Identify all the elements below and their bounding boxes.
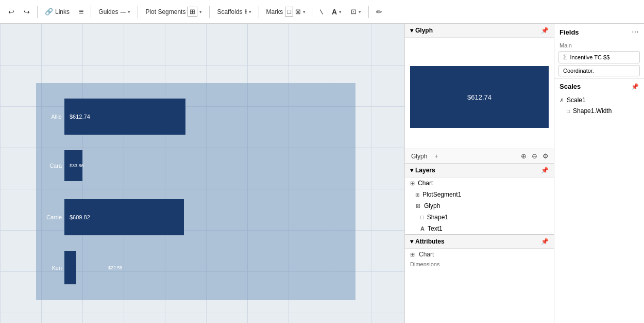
guides-button[interactable]: Guides — ▾ <box>94 3 134 21</box>
redo-button[interactable]: ↪ <box>20 3 34 21</box>
glyph-add-button[interactable]: + <box>432 152 440 161</box>
scales-pin-button[interactable]: 📌 <box>631 83 639 90</box>
field-item-incentive[interactable]: Σ Incentive TC $$ <box>558 51 640 63</box>
pencil-button[interactable]: ✏ <box>372 3 386 21</box>
bar-value-ken: $22.58 <box>108 265 123 270</box>
layer-item-chart[interactable]: ⊞ Chart <box>405 177 554 189</box>
layer-item-shape1-left: □ Shape1 <box>420 214 448 221</box>
marks-icon: □ <box>285 7 293 17</box>
plot-segments-button[interactable]: Plot Segments ⊞ ▾ <box>141 3 206 21</box>
collapse-attributes-icon: ▾ <box>410 238 413 245</box>
scale-item-scale1[interactable]: ✗ Scale1 <box>554 94 644 106</box>
layers-panel-header: ▾ Layers 📌 <box>405 164 554 177</box>
sep2 <box>91 6 91 18</box>
glyph-zoom-in-button[interactable]: ⊕ <box>520 151 528 161</box>
layer-item-glyph[interactable]: 🖹 Glyph <box>405 200 554 212</box>
main-area: Allie $612.74 Cara $33.86 Carrie $609.82 <box>0 24 644 323</box>
plotsegment-delete-button[interactable]: 🗑 <box>543 191 549 198</box>
layers-pin-button[interactable]: 📌 <box>541 167 549 174</box>
shape1-layer-label: Shape1 <box>427 214 448 221</box>
list-button[interactable]: ≡ <box>75 3 88 21</box>
layer-item-text1[interactable]: A Text1 👁 🗑 <box>405 223 554 234</box>
sep3 <box>138 6 138 18</box>
fields-more-button[interactable]: ⋯ <box>632 28 639 36</box>
scaffolds-dropdown-icon: ▾ <box>249 9 251 14</box>
text-button[interactable]: A ▾ <box>328 3 346 21</box>
shape1-eye-button[interactable]: 👁 <box>533 214 539 221</box>
bar-value-cara: $33.86 <box>70 163 84 168</box>
fields-panel: Fields ⋯ Main Σ Incentive TC $$ Coordina… <box>554 24 644 78</box>
bar-value-carrie: $609.82 <box>70 214 90 220</box>
toolbar: ↩ ↪ 🔗 Links ≡ Guides — ▾ Plot Segments ⊞… <box>0 0 644 24</box>
bar-value-allie: $612.74 <box>70 114 90 120</box>
glyph-bar: $612.74 <box>410 66 549 128</box>
text1-layer-label: Text1 <box>428 225 443 232</box>
bar-ken <box>64 251 76 284</box>
scales-panel-title: Scales <box>560 83 581 90</box>
plotsegment-eye-button[interactable]: 👁 <box>533 191 539 198</box>
layers-panel: ▾ Layers 📌 ⊞ Chart ⊞ PlotSegment1 <box>405 164 554 235</box>
image-dropdown-icon: ▾ <box>359 9 361 14</box>
fields-panel-header: Fields ⋯ <box>554 24 644 40</box>
glyph-layer-label: Glyph <box>424 202 440 209</box>
chart-layer-label: Chart <box>418 180 433 187</box>
glyph-toolbar-left: Glyph + <box>409 152 440 161</box>
plot-segments-label: Plot Segments <box>145 8 185 15</box>
text1-eye-button[interactable]: 👁 <box>533 225 539 232</box>
chart-container: Allie $612.74 Cara $33.86 Carrie $609.82 <box>36 83 355 300</box>
redo-icon: ↪ <box>24 8 30 16</box>
layer-item-glyph-left: 🖹 Glyph <box>415 202 440 209</box>
layers-panel-header-left: ▾ Layers <box>410 167 435 174</box>
image-icon: ⊡ <box>351 8 357 15</box>
text1-delete-button[interactable]: 🗑 <box>543 225 549 232</box>
glyph-panel-title: Glyph <box>415 27 433 34</box>
glyph-toolbar-right: ⊕ ⊖ ⚙ <box>520 151 550 161</box>
attributes-panel-header-left: ▾ Attributes <box>410 238 445 245</box>
attributes-panel: ▾ Attributes 📌 ⊞ Chart Dimensions <box>405 235 554 269</box>
plot-segments-dropdown-icon: ▾ <box>199 9 202 14</box>
scaffolds-label: Scaffolds <box>217 8 242 15</box>
table-row: Carrie $609.82 <box>64 199 184 235</box>
bar-label-cara: Cara <box>36 163 62 169</box>
canvas-area[interactable]: Allie $612.74 Cara $33.86 Carrie $609.82 <box>0 24 404 323</box>
image-button[interactable]: ⊡ ▾ <box>347 3 365 21</box>
sep6 <box>313 6 313 18</box>
shape1-delete-button[interactable]: 🗑 <box>543 214 549 221</box>
fields-main-label: Main <box>554 40 644 50</box>
links-button[interactable]: 🔗 Links <box>41 3 74 21</box>
layers-panel-title: Layers <box>415 167 435 174</box>
text1-layer-icon: A <box>420 225 425 232</box>
plotsegment-layer-label: PlotSegment1 <box>422 191 461 198</box>
bar-carrie: $609.82 <box>64 199 184 235</box>
glyph-settings-button[interactable]: ⚙ <box>541 151 550 161</box>
scale1-sub-icon: □ <box>567 108 570 114</box>
glyph-zoom-out-button[interactable]: ⊖ <box>531 151 538 161</box>
glyph-tab-button[interactable]: Glyph <box>409 152 429 161</box>
sep1 <box>37 6 38 18</box>
layer-item-plotsegment[interactable]: ⊞ PlotSegment1 👁 🗑 <box>405 189 554 200</box>
attributes-panel-header: ▾ Attributes 📌 <box>405 235 554 249</box>
links-icon: 🔗 <box>45 8 53 15</box>
guides-dropdown-icon: ▾ <box>128 9 130 14</box>
undo-icon: ↩ <box>8 8 14 16</box>
glyph-canvas[interactable]: $612.74 <box>405 38 554 149</box>
right-panels: ▾ Glyph 📌 $612.74 Glyph + ⊕ ⊖ ⚙ <box>404 24 554 323</box>
attributes-pin-button[interactable]: 📌 <box>541 238 549 245</box>
chart-layer-icon: ⊞ <box>410 180 415 187</box>
glyph-panel: ▾ Glyph 📌 $612.74 Glyph + ⊕ ⊖ ⚙ <box>405 24 554 164</box>
scale-sub-item-shape1width[interactable]: □ Shape1.Width <box>554 106 644 116</box>
attr-chart-label: Chart <box>419 251 434 258</box>
layer-item-chart-left: ⊞ Chart <box>410 180 433 187</box>
glyph-pin-button[interactable]: 📌 <box>541 27 549 34</box>
line-icon: / <box>318 8 325 15</box>
scale1-label: Scale1 <box>567 96 586 104</box>
layer-item-shape1[interactable]: □ Shape1 👁 🗑 <box>405 212 554 223</box>
scaffolds-button[interactable]: Scaffolds ⫲ ▾ <box>213 3 255 21</box>
text-dropdown-icon: ▾ <box>339 9 342 14</box>
field-coordinator-label: Coordinator. <box>563 68 594 74</box>
guides-line-icon: — <box>120 9 126 15</box>
undo-button[interactable]: ↩ <box>4 3 19 21</box>
line-button[interactable]: / <box>316 3 327 21</box>
field-item-coordinator[interactable]: Coordinator. <box>558 65 640 76</box>
marks-button[interactable]: Marks □ ⊠ ▾ <box>262 3 310 21</box>
